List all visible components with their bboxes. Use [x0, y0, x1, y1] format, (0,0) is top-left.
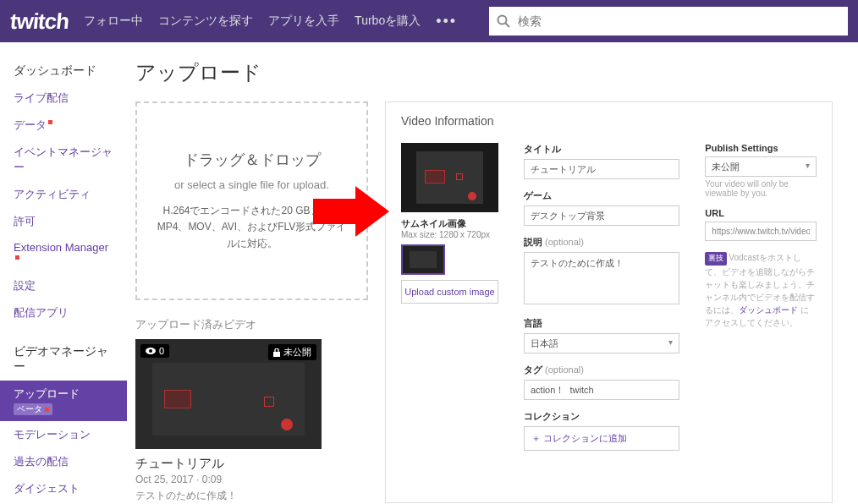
- page-title: アップロード: [135, 59, 833, 86]
- svg-point-3: [149, 349, 152, 353]
- sidebar-header-videomgr: ビデオマネージャー: [0, 338, 127, 381]
- privacy-badge: 未公開: [268, 344, 316, 360]
- dropzone-subtitle: or select a single file for upload.: [174, 178, 329, 191]
- tag-input[interactable]: [524, 380, 679, 400]
- beta-badge: ベータ: [14, 403, 52, 415]
- view-count-badge: 0: [140, 344, 169, 358]
- sidebar-item-pastbroadcast[interactable]: 過去の配信: [0, 448, 127, 475]
- nav-following[interactable]: フォロー中: [84, 14, 143, 29]
- video-thumbnail: 0 未公開: [135, 339, 322, 449]
- video-description: テストのために作成！: [135, 489, 322, 503]
- collection-label: コレクション: [524, 410, 679, 423]
- dropzone-title: ドラッグ＆ドロップ: [184, 150, 321, 170]
- title-input[interactable]: [524, 159, 679, 179]
- sidebar-item-upload[interactable]: アップロード ベータ: [0, 381, 127, 421]
- nav-getapp[interactable]: アプリを入手: [268, 14, 339, 29]
- url-input[interactable]: [705, 222, 817, 241]
- video-info-panel: Video Information サムネイル画像 Max size: 1280…: [385, 101, 833, 503]
- sidebar-item-label: データ: [14, 118, 47, 131]
- upload-dropzone[interactable]: ドラッグ＆ドロップ or select a single file for up…: [135, 101, 368, 300]
- preview-thumbnail: [401, 143, 498, 212]
- notification-dot-icon: [45, 408, 49, 412]
- svg-rect-4: [273, 352, 280, 357]
- sidebar-item-broadcastapp[interactable]: 配信アプリ: [0, 299, 127, 326]
- description-textarea[interactable]: テストのために作成！: [524, 252, 679, 304]
- svg-line-1: [506, 24, 510, 28]
- description-label: 説明 (optional): [524, 236, 679, 249]
- video-meta: Oct 25, 2017 · 0:09: [135, 474, 322, 485]
- sidebar: ダッシュボード ライブ配信 データ イベントマネージャー アクティビティ 許可 …: [0, 42, 127, 504]
- language-label: 言語: [524, 317, 679, 330]
- tip-dashboard-link[interactable]: ダッシュボード: [739, 305, 798, 315]
- thumbnail-option[interactable]: [401, 244, 445, 275]
- notification-dot-icon: [15, 255, 19, 260]
- add-collection-button[interactable]: ＋ コレクションに追加: [524, 426, 679, 451]
- url-label: URL: [705, 208, 817, 218]
- svg-point-0: [498, 16, 507, 25]
- search-bar: [489, 7, 848, 36]
- nav-more-icon[interactable]: •••: [436, 13, 457, 30]
- search-input[interactable]: [518, 14, 848, 28]
- sidebar-item-digest[interactable]: ダイジェスト: [0, 475, 127, 502]
- main-content: アップロード ドラッグ＆ドロップ or select a single file…: [127, 42, 858, 504]
- sidebar-item-eventmgr[interactable]: イベントマネージャー: [0, 139, 127, 181]
- sidebar-item-extmgr[interactable]: Extension Manager: [0, 235, 127, 272]
- lock-icon: [273, 348, 280, 357]
- panel-title: Video Information: [401, 114, 817, 128]
- sidebar-item-live[interactable]: ライブ配信: [0, 85, 127, 112]
- sidebar-header-dashboard: ダッシュボード: [0, 58, 127, 85]
- video-card[interactable]: 0 未公開 チュートリアル Oct 25, 2017 · 0:09 テストのため…: [135, 339, 322, 503]
- game-label: ゲーム: [524, 189, 679, 202]
- uploaded-videos-header: アップロード済みビデオ: [135, 317, 368, 332]
- sidebar-item-activity[interactable]: アクティビティ: [0, 181, 127, 208]
- thumbnail-sublabel: Max size: 1280 x 720px: [401, 230, 498, 239]
- sidebar-item-label: Extension Manager: [14, 241, 108, 254]
- publish-settings-label: Publish Settings: [705, 143, 817, 153]
- game-input[interactable]: [524, 205, 679, 226]
- thumbnail-label: サムネイル画像: [401, 217, 498, 230]
- search-icon: [489, 14, 518, 28]
- publish-note: Your video will only be viewable by you.: [705, 179, 817, 198]
- tip-text: 裏技Vodcastをホストして、ビデオを追聴しながらチャットも楽しみましょう。チ…: [705, 251, 817, 329]
- top-navbar: twitch フォロー中 コンテンツを探す アプリを入手 Turboを購入 ••…: [0, 0, 858, 42]
- publish-select[interactable]: 未公開: [705, 156, 817, 177]
- sidebar-item-settings[interactable]: 設定: [0, 272, 127, 299]
- dropzone-info: H.264でエンコードされた20 GBまでのMP4、MOV、AVI、およびFLV…: [154, 203, 349, 252]
- language-select[interactable]: 日本語: [524, 333, 679, 353]
- sidebar-item-permission[interactable]: 許可: [0, 208, 127, 235]
- video-title: チュートリアル: [135, 456, 322, 472]
- notification-dot-icon: [48, 120, 52, 124]
- nav-browse[interactable]: コンテンツを探す: [158, 14, 253, 29]
- tag-label: タグ (optional): [524, 364, 679, 376]
- eye-icon: [146, 348, 156, 354]
- twitch-logo[interactable]: twitch: [9, 8, 70, 35]
- sidebar-item-label: アップロード: [14, 387, 80, 400]
- tip-badge: 裏技: [705, 252, 727, 266]
- sidebar-item-moderation[interactable]: モデレーション: [0, 421, 127, 448]
- title-label: タイトル: [524, 143, 679, 156]
- upload-custom-image-button[interactable]: Upload custom image: [401, 280, 498, 304]
- sidebar-item-data[interactable]: データ: [0, 112, 127, 139]
- nav-turbo[interactable]: Turboを購入: [355, 14, 421, 29]
